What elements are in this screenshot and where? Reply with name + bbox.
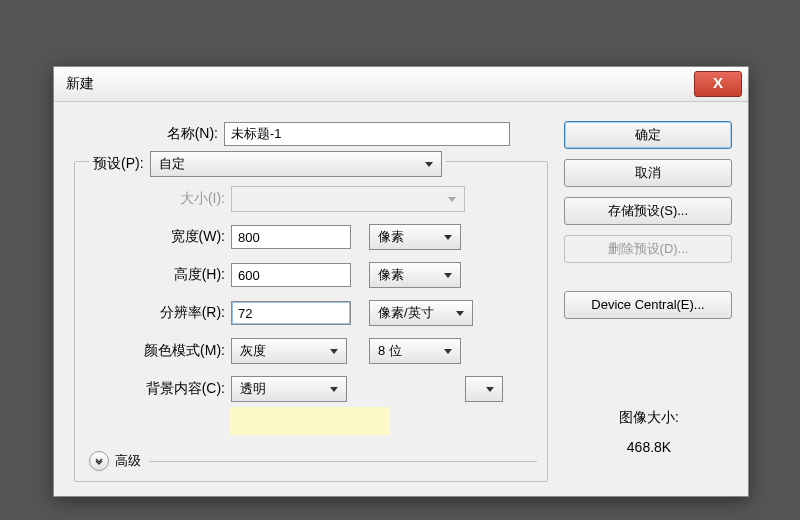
advanced-expand-icon[interactable]: [89, 451, 109, 471]
close-button[interactable]: X: [694, 71, 742, 97]
color-mode-label: 颜色模式(M):: [75, 342, 231, 360]
background-tail-select[interactable]: [465, 376, 503, 402]
width-unit-select[interactable]: 像素: [369, 224, 461, 250]
bit-depth-value: 8 位: [378, 342, 402, 360]
height-unit-value: 像素: [378, 266, 404, 284]
size-label: 大小(I):: [75, 190, 231, 208]
color-mode-select[interactable]: 灰度: [231, 338, 347, 364]
row-resolution: 分辨率(R): 像素/英寸: [75, 294, 547, 332]
bit-depth-select[interactable]: 8 位: [369, 338, 461, 364]
name-label: 名称(N):: [68, 125, 224, 143]
background-select[interactable]: 透明: [231, 376, 347, 402]
advanced-divider: [149, 461, 537, 462]
right-button-column: 确定 取消 存储预设(S)... 删除预设(D)... Device Centr…: [564, 121, 734, 455]
resolution-input[interactable]: [231, 301, 351, 325]
row-width: 宽度(W): 像素: [75, 218, 547, 256]
titlebar[interactable]: 新建 X: [54, 67, 748, 102]
row-name: 名称(N):: [68, 115, 548, 153]
row-color-mode: 颜色模式(M): 灰度 8 位: [75, 332, 547, 370]
size-select: [231, 186, 465, 212]
cancel-button[interactable]: 取消: [564, 159, 732, 187]
advanced-label: 高级: [115, 452, 141, 470]
preset-select[interactable]: 自定: [150, 151, 442, 177]
save-preset-button[interactable]: 存储预设(S)...: [564, 197, 732, 225]
name-input[interactable]: [224, 122, 510, 146]
height-unit-select[interactable]: 像素: [369, 262, 461, 288]
image-size-block: 图像大小: 468.8K: [564, 409, 734, 455]
bg-highlight: [229, 407, 389, 435]
image-size-label: 图像大小:: [564, 409, 734, 427]
dialog-title: 新建: [66, 75, 694, 93]
height-label: 高度(H):: [75, 266, 231, 284]
resolution-unit-select[interactable]: 像素/英寸: [369, 300, 473, 326]
row-background: 背景内容(C): 透明: [75, 370, 547, 408]
width-input[interactable]: [231, 225, 351, 249]
background-label: 背景内容(C):: [75, 380, 231, 398]
background-value: 透明: [240, 380, 266, 398]
width-label: 宽度(W):: [75, 228, 231, 246]
preset-select-value: 自定: [159, 155, 185, 173]
form-area: 名称(N): 预设(P): 自定 大小(I):: [68, 115, 548, 482]
preset-label: 预设(P):: [93, 155, 144, 173]
device-central-button[interactable]: Device Central(E)...: [564, 291, 732, 319]
delete-preset-button: 删除预设(D)...: [564, 235, 732, 263]
preset-fieldset: 预设(P): 自定 大小(I): 宽度(W): 像素: [74, 161, 548, 482]
preset-legend: 预设(P): 自定: [89, 151, 446, 177]
dialog-body: 确定 取消 存储预设(S)... 删除预设(D)... Device Centr…: [68, 115, 734, 482]
ok-button[interactable]: 确定: [564, 121, 732, 149]
height-input[interactable]: [231, 263, 351, 287]
resolution-unit-value: 像素/英寸: [378, 304, 434, 322]
color-mode-value: 灰度: [240, 342, 266, 360]
resolution-label: 分辨率(R):: [75, 304, 231, 322]
row-advanced: 高级: [89, 447, 537, 475]
new-document-dialog: 新建 X 确定 取消 存储预设(S)... 删除预设(D)... Device …: [53, 66, 749, 497]
width-unit-value: 像素: [378, 228, 404, 246]
image-size-value: 468.8K: [564, 439, 734, 455]
row-height: 高度(H): 像素: [75, 256, 547, 294]
row-size: 大小(I):: [75, 180, 547, 218]
